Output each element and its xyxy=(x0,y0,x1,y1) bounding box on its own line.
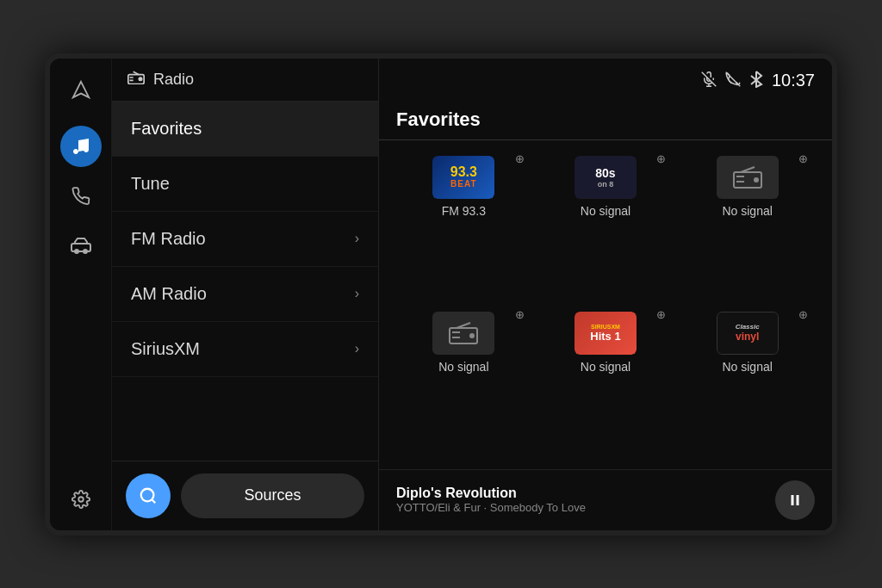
car-icon[interactable] xyxy=(60,226,102,267)
radio-header-icon xyxy=(127,71,145,88)
content-panel: 10:37 Favorites ⊕ 93.3 BEAT FM 93.3 xyxy=(379,59,832,530)
favorite-classic-vinyl[interactable]: ⊕ Classic vinyl No signal xyxy=(676,305,818,461)
track-title: Diplo's Revolution xyxy=(396,486,586,501)
svg-point-9 xyxy=(141,488,154,501)
clock-display: 10:37 xyxy=(772,71,815,90)
fav-label-sirius: No signal xyxy=(581,360,630,374)
menu-items-list: Favorites Tune FM Radio › AM Radio › Sir… xyxy=(112,102,378,461)
pause-button[interactable] xyxy=(775,480,815,520)
siriusxm-chevron: › xyxy=(355,341,359,356)
now-playing-bar: Diplo's Revolution YOTTO/Eli & Fur · Som… xyxy=(379,469,832,530)
now-playing-info: Diplo's Revolution YOTTO/Eli & Fur · Som… xyxy=(396,486,586,514)
add-icon-nosignal2: ⊕ xyxy=(515,308,525,321)
fav-label-80s8: No signal xyxy=(581,204,630,218)
favorites-section-title: Favorites xyxy=(379,103,832,140)
svg-rect-28 xyxy=(797,495,799,505)
add-icon-vinyl: ⊕ xyxy=(798,308,808,321)
sources-button[interactable]: Sources xyxy=(181,473,364,518)
menu-item-siriusxm[interactable]: SiriusXM › xyxy=(112,322,378,377)
svg-marker-0 xyxy=(72,81,88,96)
add-icon-fm933: ⊕ xyxy=(515,152,525,165)
menu-item-favorites[interactable]: Favorites xyxy=(112,102,378,157)
settings-icon[interactable] xyxy=(60,479,102,520)
svg-point-19 xyxy=(754,177,759,183)
track-subtitle: YOTTO/Eli & Fur · Somebody To Love xyxy=(396,501,586,514)
content-header: 10:37 xyxy=(379,59,832,103)
add-icon-sirius: ⊕ xyxy=(656,308,666,321)
screen: Radio Favorites Tune FM Radio › AM Radio… xyxy=(50,59,832,530)
phone-off-icon xyxy=(725,71,741,90)
status-icons: 10:37 xyxy=(701,71,815,91)
menu-title: Radio xyxy=(153,71,194,89)
add-icon-80s8: ⊕ xyxy=(656,152,666,165)
fm-radio-chevron: › xyxy=(355,231,359,246)
svg-point-4 xyxy=(78,497,84,502)
favorite-nosignal-2[interactable]: ⊕ No signal xyxy=(393,305,535,461)
am-radio-chevron: › xyxy=(355,286,359,301)
sidebar xyxy=(50,59,112,530)
fav-label-nosignal1: No signal xyxy=(722,204,772,218)
fav-label-vinyl: No signal xyxy=(722,360,772,374)
menu-bottom: Sources xyxy=(112,461,378,530)
favorite-80s8[interactable]: ⊕ 80s on 8 No signal xyxy=(535,149,677,305)
svg-point-6 xyxy=(139,77,141,80)
add-icon-nosignal1: ⊕ xyxy=(798,152,808,165)
favorite-sirius-hits[interactable]: ⊕ SIRIUSXM Hits 1 No signal xyxy=(535,305,677,461)
svg-rect-27 xyxy=(792,495,794,505)
svg-point-24 xyxy=(469,333,475,338)
menu-item-am-radio[interactable]: AM Radio › xyxy=(112,267,378,322)
music-icon[interactable] xyxy=(60,126,102,167)
car-screen-frame: Radio Favorites Tune FM Radio › AM Radio… xyxy=(45,53,837,535)
phone-icon[interactable] xyxy=(60,176,102,217)
navigation-icon[interactable] xyxy=(60,69,102,110)
bluetooth-icon xyxy=(749,71,763,91)
fav-label-fm933: FM 93.3 xyxy=(442,204,486,218)
svg-line-10 xyxy=(152,499,155,503)
favorite-nosignal-1[interactable]: ⊕ No signal xyxy=(676,149,818,305)
menu-header: Radio xyxy=(112,59,378,102)
mute-icon xyxy=(701,71,717,90)
search-button[interactable] xyxy=(126,473,171,518)
menu-item-fm-radio[interactable]: FM Radio › xyxy=(112,212,378,267)
menu-item-tune[interactable]: Tune xyxy=(112,157,378,212)
menu-panel: Radio Favorites Tune FM Radio › AM Radio… xyxy=(112,59,379,530)
favorite-fm933[interactable]: ⊕ 93.3 BEAT FM 93.3 xyxy=(393,149,535,305)
fav-label-nosignal2: No signal xyxy=(438,360,488,374)
svg-rect-1 xyxy=(71,244,90,251)
favorites-grid: ⊕ 93.3 BEAT FM 93.3 ⊕ 80s xyxy=(379,140,832,469)
